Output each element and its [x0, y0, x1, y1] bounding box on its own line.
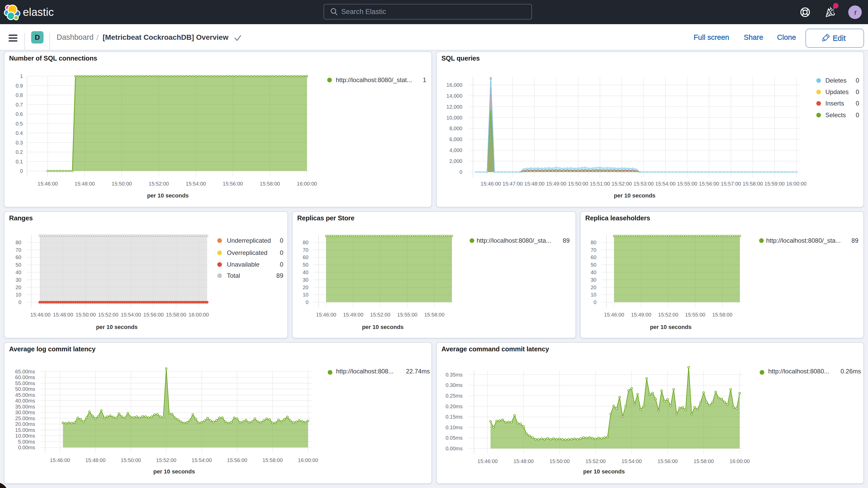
svg-text:0.05ms: 0.05ms	[445, 435, 463, 441]
svg-text:15:48:00: 15:48:00	[524, 181, 545, 187]
svg-text:20: 20	[303, 284, 308, 290]
svg-text:15:57:00: 15:57:00	[721, 181, 741, 187]
svg-text:Ranges: Ranges	[9, 214, 33, 222]
svg-text:0.6: 0.6	[16, 111, 23, 117]
svg-text:0.00ms: 0.00ms	[18, 445, 35, 450]
svg-text:elastic: elastic	[23, 6, 54, 18]
svg-text:15:56:00: 15:56:00	[699, 181, 719, 187]
svg-text:40: 40	[591, 270, 596, 275]
svg-text:15:55:00: 15:55:00	[397, 312, 417, 317]
svg-text:10: 10	[591, 292, 596, 298]
svg-text:15:54:00: 15:54:00	[191, 457, 212, 463]
svg-text:2,000: 2,000	[450, 158, 462, 164]
svg-text:/: /	[96, 33, 99, 42]
svg-text:50: 50	[16, 262, 21, 268]
svg-text:0.20ms: 0.20ms	[445, 403, 463, 409]
svg-text:15:48:00: 15:48:00	[74, 181, 95, 187]
svg-text:0.26ms: 0.26ms	[840, 368, 861, 375]
svg-text:0: 0	[856, 112, 859, 119]
svg-text:0.15ms: 0.15ms	[445, 414, 463, 420]
svg-text:30: 30	[303, 277, 308, 283]
svg-text:0: 0	[306, 299, 308, 305]
svg-text:Dashboard: Dashboard	[57, 33, 94, 41]
svg-text:15:59:00: 15:59:00	[765, 181, 785, 187]
svg-text:http://localhost:8080/_sta...: http://localhost:8080/_sta...	[766, 237, 841, 244]
svg-text:40.00ms: 40.00ms	[15, 398, 35, 403]
svg-text:1: 1	[423, 77, 426, 84]
svg-text:16:00:00: 16:00:00	[786, 181, 807, 187]
svg-text:15:52:00: 15:52:00	[612, 181, 632, 187]
svg-text:Clone: Clone	[777, 33, 796, 41]
svg-text:0: 0	[856, 77, 859, 84]
svg-text:4,000: 4,000	[450, 147, 462, 153]
svg-text:20: 20	[591, 284, 596, 290]
svg-text:0.1: 0.1	[16, 159, 23, 164]
svg-text:0: 0	[20, 168, 23, 174]
svg-text:Average log commit latency: Average log commit latency	[9, 345, 96, 353]
svg-text:Share: Share	[744, 33, 763, 41]
svg-text:20: 20	[16, 284, 21, 290]
svg-text:Total: Total	[227, 272, 240, 279]
svg-text:89: 89	[276, 272, 283, 279]
svg-text:65.00ms: 65.00ms	[15, 369, 35, 374]
svg-text:1: 1	[20, 73, 23, 79]
svg-text:http://localhost:8080...: http://localhost:8080...	[768, 368, 829, 375]
svg-text:15:46:00: 15:46:00	[30, 312, 51, 317]
svg-text:Updates: Updates	[826, 88, 848, 95]
svg-text:15:48:00: 15:48:00	[53, 312, 73, 317]
svg-text:15:46:00: 15:46:00	[477, 458, 498, 464]
svg-text:15:50:00: 15:50:00	[568, 181, 588, 187]
svg-text:15:47:00: 15:47:00	[503, 181, 523, 187]
svg-text:15:52:00: 15:52:00	[149, 181, 169, 187]
svg-text:per 10 seconds: per 10 seconds	[153, 468, 195, 475]
svg-text:Full screen: Full screen	[693, 33, 729, 41]
svg-text:20.00ms: 20.00ms	[15, 421, 35, 427]
svg-text:50: 50	[591, 262, 596, 268]
svg-text:0.7: 0.7	[16, 102, 23, 108]
svg-text:5.00ms: 5.00ms	[18, 439, 35, 445]
svg-text:14,000: 14,000	[446, 93, 462, 99]
svg-text:15:58:00: 15:58:00	[260, 181, 280, 187]
svg-text:Underreplicated: Underreplicated	[227, 237, 271, 244]
svg-text:Average command commit latency: Average command commit latency	[441, 345, 549, 353]
svg-text:16,000: 16,000	[446, 82, 462, 88]
svg-text:15:54:00: 15:54:00	[655, 181, 676, 187]
svg-text:Unavailable: Unavailable	[227, 261, 259, 268]
svg-text:16:00:00: 16:00:00	[189, 312, 209, 317]
svg-text:0.25ms: 0.25ms	[445, 393, 463, 399]
svg-text:70: 70	[303, 247, 308, 253]
svg-text:15:46:00: 15:46:00	[316, 312, 336, 317]
svg-text:Inserts: Inserts	[826, 100, 844, 107]
svg-text:15:46:00: 15:46:00	[481, 181, 501, 187]
svg-text:15:55:00: 15:55:00	[677, 181, 698, 187]
svg-text:45.00ms: 45.00ms	[15, 392, 35, 398]
svg-text:40: 40	[303, 270, 308, 275]
svg-text:per 10 seconds: per 10 seconds	[96, 324, 137, 330]
svg-text:0.8: 0.8	[16, 92, 23, 98]
svg-text:0.2: 0.2	[16, 149, 23, 155]
svg-text:50: 50	[303, 262, 308, 268]
svg-text:80: 80	[16, 240, 21, 245]
svg-text:12,000: 12,000	[446, 104, 462, 110]
svg-text:0: 0	[460, 169, 462, 175]
svg-text:15:49:00: 15:49:00	[343, 312, 363, 317]
svg-text:per 10 seconds: per 10 seconds	[614, 192, 655, 199]
svg-text:70: 70	[16, 247, 21, 253]
svg-text:0: 0	[19, 299, 21, 305]
svg-text:15:48:00: 15:48:00	[85, 457, 105, 463]
svg-text:0.00ms: 0.00ms	[445, 446, 463, 451]
svg-text:15:56:00: 15:56:00	[227, 457, 247, 463]
svg-text:80: 80	[303, 240, 308, 245]
svg-text:16:00:00: 16:00:00	[298, 457, 318, 463]
svg-text:15:58:00: 15:58:00	[166, 312, 186, 317]
svg-text:16:00:00: 16:00:00	[730, 458, 750, 464]
svg-text:0.4: 0.4	[16, 130, 23, 136]
svg-text:89: 89	[563, 237, 570, 244]
svg-text:10,000: 10,000	[446, 115, 462, 121]
svg-text:6,000: 6,000	[450, 136, 462, 142]
svg-text:0: 0	[856, 100, 859, 107]
svg-text:0.5: 0.5	[16, 121, 23, 126]
svg-text:40: 40	[16, 270, 21, 275]
svg-text:15:50:00: 15:50:00	[75, 312, 96, 317]
svg-text:[Metricbeat CockroachDB] Overv: [Metricbeat CockroachDB] Overview	[103, 33, 228, 41]
